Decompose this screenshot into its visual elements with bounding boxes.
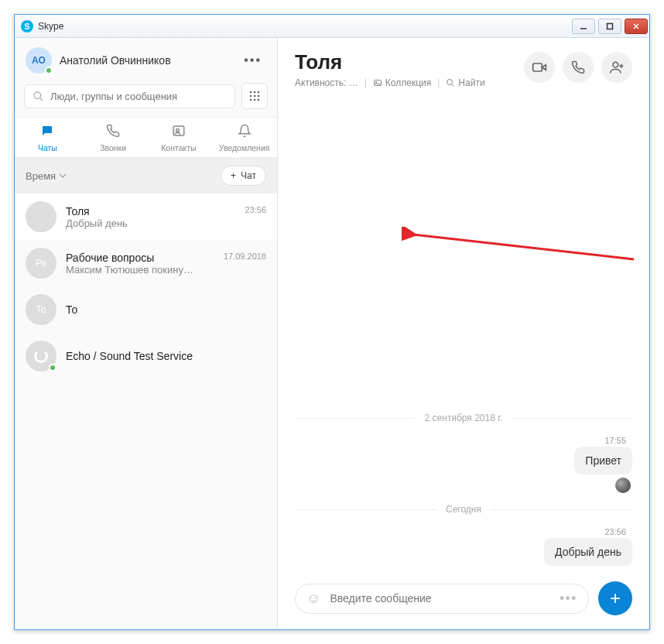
svg-point-22 [613,62,618,67]
chat-list: Толя 23:56 Добрый день Рв Рабочие вопрос… [15,194,277,629]
search-icon [446,78,455,87]
profile-avatar: АО [26,47,52,74]
chat-item-echo[interactable]: Echo / Sound Test Service [15,333,277,379]
profile-name: Анатолий Овчинников [60,54,239,67]
activity-status[interactable]: Активность: … [295,77,358,88]
more-menu-button[interactable]: ••• [239,50,266,70]
video-call-button[interactable] [524,52,555,83]
svg-point-19 [447,80,453,85]
svg-line-20 [452,84,454,87]
add-button[interactable]: + [598,581,632,615]
svg-point-11 [258,95,260,98]
nav-tabs: Чаты Звонки Контакты [15,117,277,158]
composer: ☺ ••• + [278,572,649,629]
svg-point-10 [254,95,256,98]
conversation-title: Толя [295,50,485,74]
avatar [26,341,56,372]
svg-rect-21 [533,63,542,71]
video-icon [532,60,547,75]
date-separator: Сегодня [295,504,632,515]
composer-more-button[interactable]: ••• [560,591,577,605]
dialpad-button[interactable] [241,83,268,109]
profile-row[interactable]: АО Анатолий Овчинников ••• [15,38,277,78]
chevron-down-icon [59,172,67,180]
message-input[interactable]: ☺ ••• [295,584,589,614]
message-outgoing: 17:55 Привет [295,434,632,493]
avatar: Рв [26,248,56,279]
add-participant-button[interactable] [601,52,632,83]
tab-contacts[interactable]: Контакты [146,118,212,157]
message-status-avatar [615,478,631,493]
message-bubble[interactable]: Добрый день [544,538,632,566]
conversation-header: Толя Активность: … | Коллекция | Найти [278,38,649,96]
conversation-pane: Толя Активность: … | Коллекция | Найти [278,38,649,629]
skype-window: S Skype АО Анатолий Овчинников [14,14,650,630]
add-person-icon [609,60,625,75]
tab-notifications[interactable]: Уведомления [211,118,277,157]
search-icon [33,91,44,102]
search-input[interactable] [24,84,235,108]
chat-icon [15,124,80,142]
svg-point-8 [258,91,260,94]
skype-logo-icon: S [21,20,33,33]
presence-online-icon [45,67,53,74]
contacts-icon [146,124,212,142]
svg-point-7 [254,91,256,94]
avatar [26,201,56,232]
chat-item-tolya[interactable]: Толя 23:56 Добрый день [15,194,277,240]
close-button[interactable] [625,19,648,34]
chat-item-to[interactable]: То То [15,286,277,333]
svg-point-9 [250,95,252,98]
collection-link[interactable]: Коллекция [373,77,431,88]
tab-chats[interactable]: Чаты [15,118,80,157]
svg-rect-1 [608,23,613,29]
presence-online-icon [49,364,56,372]
dialpad-icon [248,90,261,102]
find-link[interactable]: Найти [446,77,484,88]
gallery-icon [373,78,382,87]
svg-point-16 [176,128,180,132]
phone-icon [571,60,585,74]
svg-point-14 [258,99,260,101]
new-chat-button[interactable]: + Чат [221,166,266,186]
sidebar: АО Анатолий Овчинников ••• [15,38,278,629]
message-bubble[interactable]: Привет [574,447,632,474]
message-outgoing: 23:56 Добрый день [295,526,632,566]
avatar: То [26,294,56,325]
filter-row: Время + Чат [15,158,277,194]
minimize-button[interactable] [572,19,595,34]
audio-call-button[interactable] [563,52,594,83]
plus-icon: + [231,170,236,181]
bell-icon [211,124,277,142]
emoji-button[interactable]: ☺ [306,591,320,607]
svg-point-6 [250,91,252,94]
svg-point-12 [250,99,252,101]
maximize-button[interactable] [598,19,621,34]
svg-point-4 [34,91,41,98]
date-separator: 2 сентября 2018 г. [295,413,632,423]
chat-item-work[interactable]: Рв Рабочие вопросы 17.09.2018 Максим Тют… [15,240,277,286]
message-area: 2 сентября 2018 г. 17:55 Привет Сегодня … [278,96,649,572]
svg-point-13 [254,99,256,101]
window-title: Skype [38,21,63,32]
phone-icon [80,124,146,142]
titlebar: S Skype [15,15,649,38]
svg-line-5 [39,98,43,101]
sort-dropdown[interactable]: Время [26,170,67,182]
tab-calls[interactable]: Звонки [80,118,146,157]
